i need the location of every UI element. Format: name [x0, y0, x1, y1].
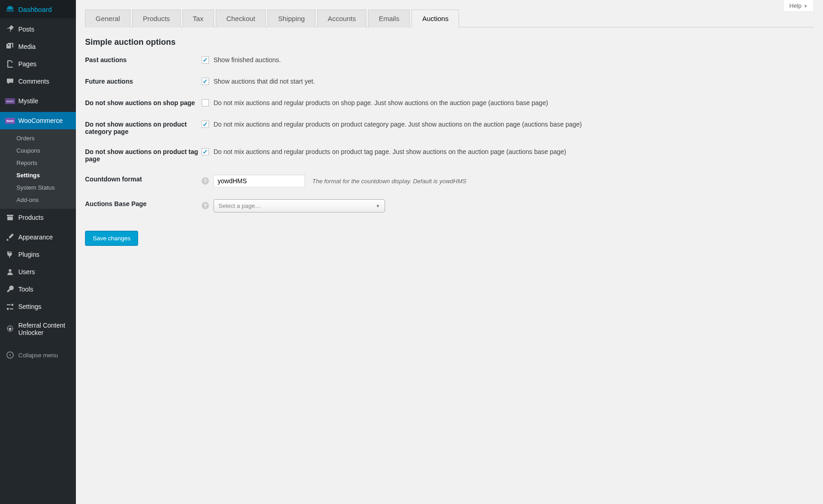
tab-checkout[interactable]: Checkout: [216, 10, 266, 27]
dashboard-icon: [5, 5, 15, 14]
sidebar-item-label: Referral Content Unlocker: [18, 322, 72, 336]
field-label-countdown-format: Countdown format: [85, 175, 202, 183]
hide-tag-checkbox[interactable]: [202, 148, 209, 155]
sidebar-item-media[interactable]: Media: [0, 38, 76, 55]
sidebar-item-label: Settings: [18, 303, 42, 310]
sidebar-item-label: Dashboard: [18, 5, 52, 13]
users-icon: [5, 267, 15, 276]
media-icon: [5, 42, 15, 51]
settings-form: Past auctions Show finished auctions. Fu…: [85, 55, 814, 212]
submenu-item-settings[interactable]: Settings: [0, 169, 76, 181]
sidebar-item-posts[interactable]: Posts: [0, 21, 76, 38]
sidebar-item-dashboard[interactable]: Dashboard: [0, 0, 76, 18]
hide-tag-description: Do not mix auctions and regular products…: [214, 147, 566, 157]
tab-tax[interactable]: Tax: [182, 10, 214, 27]
woo-icon: woo: [5, 96, 15, 106]
chevron-down-icon: ▼: [803, 4, 808, 9]
plug-icon: [5, 250, 15, 259]
sidebar-item-pages[interactable]: Pages: [0, 55, 76, 73]
hide-shop-description: Do not mix auctions and regular products…: [214, 98, 548, 108]
sidebar-item-label: Plugins: [18, 251, 39, 258]
sliders-icon: [5, 302, 15, 311]
brush-icon: [5, 233, 15, 242]
settings-tabs: General Products Tax Checkout Shipping A…: [85, 9, 814, 27]
sidebar-item-label: Pages: [18, 60, 37, 68]
collapse-menu-button[interactable]: Collapse menu: [0, 346, 76, 364]
admin-sidebar: Dashboard Posts Media Pages Comments woo…: [0, 0, 76, 504]
base-page-select[interactable]: Select a page… ▼: [214, 199, 385, 212]
past-auctions-description: Show finished auctions.: [214, 55, 281, 65]
sidebar-item-label: Posts: [18, 26, 34, 33]
sidebar-item-comments[interactable]: Comments: [0, 73, 76, 90]
tab-auctions[interactable]: Auctions: [412, 10, 459, 27]
field-label-hide-category: Do not show auctions on product category…: [85, 120, 202, 135]
sidebar-item-tools[interactable]: Tools: [0, 281, 76, 298]
archive-icon: [5, 213, 15, 222]
submenu-item-add-ons[interactable]: Add-ons: [0, 194, 76, 206]
sidebar-item-referral-content-unlocker[interactable]: Referral Content Unlocker: [0, 318, 76, 340]
sidebar-item-label: Appearance: [18, 233, 53, 241]
gear-icon: [5, 324, 15, 334]
sidebar-item-woocommerce[interactable]: woo WooCommerce: [0, 112, 76, 129]
hide-shop-checkbox[interactable]: [202, 99, 209, 106]
tab-shipping[interactable]: Shipping: [267, 10, 315, 27]
field-label-hide-tag: Do not show auctions on product tag page: [85, 147, 202, 163]
sidebar-item-label: Mystile: [18, 97, 38, 105]
pin-icon: [5, 25, 15, 34]
countdown-format-input[interactable]: [214, 175, 305, 187]
tab-accounts[interactable]: Accounts: [317, 10, 367, 27]
submenu-item-reports[interactable]: Reports: [0, 157, 76, 169]
sidebar-item-label: Tools: [18, 286, 33, 293]
tab-products[interactable]: Products: [132, 10, 180, 27]
field-label-base-page: Auctions Base Page: [85, 199, 202, 207]
sidebar-item-label: Products: [18, 214, 43, 221]
collapse-label: Collapse menu: [18, 352, 58, 359]
woocommerce-submenu: Orders Coupons Reports Settings System S…: [0, 129, 76, 209]
future-auctions-checkbox[interactable]: [202, 78, 209, 85]
past-auctions-checkbox[interactable]: [202, 56, 209, 64]
tab-emails[interactable]: Emails: [368, 10, 410, 27]
countdown-format-hint: The format for the countdown display. De…: [312, 178, 466, 185]
sidebar-item-mystile[interactable]: woo Mystile: [0, 92, 76, 110]
save-button[interactable]: Save changes: [85, 231, 138, 246]
sidebar-item-label: Users: [18, 268, 35, 276]
help-icon[interactable]: ?: [202, 202, 209, 209]
submenu-item-coupons[interactable]: Coupons: [0, 144, 76, 157]
field-label-past-auctions: Past auctions: [85, 55, 202, 64]
page-title: Simple auction options: [85, 37, 814, 47]
collapse-icon: [5, 350, 15, 360]
sidebar-item-plugins[interactable]: Plugins: [0, 246, 76, 263]
wrench-icon: [5, 285, 15, 294]
hide-category-checkbox[interactable]: [202, 121, 209, 128]
chevron-down-icon: ▼: [376, 204, 380, 208]
future-auctions-description: Show auctions that did not start yet.: [214, 77, 315, 86]
sidebar-item-products[interactable]: Products: [0, 209, 76, 226]
sidebar-item-label: Comments: [18, 78, 49, 85]
field-label-hide-shop: Do not show auctions on shop page: [85, 98, 202, 106]
sidebar-item-label: WooCommerce: [18, 117, 63, 124]
field-label-future-auctions: Future auctions: [85, 77, 202, 85]
help-tab[interactable]: Help▼: [783, 0, 814, 12]
submenu-item-system-status[interactable]: System Status: [0, 181, 76, 194]
main-content: Help▼ General Products Tax Checkout Ship…: [76, 0, 823, 504]
sidebar-item-settings[interactable]: Settings: [0, 298, 76, 315]
select-placeholder: Select a page…: [219, 202, 261, 209]
pages-icon: [5, 59, 15, 69]
comments-icon: [5, 77, 15, 86]
help-icon[interactable]: ?: [202, 177, 209, 185]
woo-icon: woo: [5, 116, 15, 125]
hide-category-description: Do not mix auctions and regular products…: [214, 120, 582, 129]
sidebar-item-users[interactable]: Users: [0, 263, 76, 281]
sidebar-item-label: Media: [18, 43, 36, 50]
submenu-item-orders[interactable]: Orders: [0, 132, 76, 144]
svg-point-1: [9, 328, 11, 330]
tab-general[interactable]: General: [85, 10, 130, 27]
svg-point-0: [9, 269, 11, 272]
sidebar-item-appearance[interactable]: Appearance: [0, 228, 76, 246]
